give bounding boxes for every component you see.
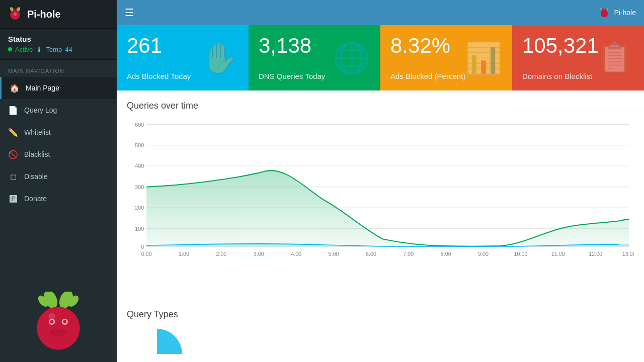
home-icon: 🏠	[10, 83, 20, 93]
querylog-icon: 📄	[8, 105, 18, 115]
pi-logo-icon	[8, 7, 22, 21]
svg-text:600: 600	[135, 121, 144, 127]
svg-text:13:00: 13:00	[622, 250, 634, 256]
stat-card-ads-percent: 8.32% Ads Blocked (Percent) 📊	[380, 25, 512, 90]
status-temp-icon: 🌡	[36, 45, 43, 53]
chart-title: Queries over time	[127, 101, 634, 111]
donate-icon: 🅿	[8, 194, 18, 204]
svg-text:7:00: 7:00	[403, 250, 414, 256]
topbar-right: Pi-hole	[599, 7, 636, 18]
svg-text:1:00: 1:00	[179, 250, 189, 256]
query-types-chart	[127, 324, 187, 354]
stat-card-domains-blocklist: 105,321 Domains on Blocklist 📋	[512, 25, 644, 90]
svg-text:0: 0	[141, 244, 144, 250]
status-dot-icon	[8, 47, 12, 51]
nav-section-label: MAIN NAVIGATION	[0, 60, 117, 77]
status-active-text: Active	[15, 46, 33, 53]
whitelist-icon: ✏️	[8, 127, 18, 137]
blacklist-icon: 🚫	[8, 149, 18, 159]
query-types-section: Query Types	[117, 303, 644, 362]
list-icon: 📋	[596, 40, 634, 76]
main-content: ☰ Pi-hole 261 Ads Blocked Today ✋ 3,138 …	[117, 0, 644, 362]
svg-text:6:00: 6:00	[366, 250, 376, 256]
sidebar-item-whitelist[interactable]: ✏️ Whitelist	[0, 121, 117, 143]
sidebar-item-blacklist[interactable]: 🚫 Blacklist	[0, 143, 117, 165]
svg-point-14	[50, 320, 54, 324]
svg-point-16	[50, 329, 67, 336]
sidebar-item-disable[interactable]: ◻ Disable	[0, 165, 117, 188]
svg-point-15	[63, 320, 66, 324]
svg-text:100: 100	[135, 226, 144, 232]
svg-point-17	[48, 313, 55, 320]
status-temp-label: Temp	[46, 46, 62, 53]
sidebar-header: Pi-hole	[0, 0, 117, 29]
status-details: Active 🌡 Temp 44	[8, 45, 109, 53]
svg-text:10:00: 10:00	[514, 250, 527, 256]
sidebar-logo	[0, 282, 117, 362]
nav-label-whitelist: Whitelist	[24, 128, 51, 136]
topbar-user-label: Pi-hole	[614, 9, 636, 17]
globe-icon: 🌐	[333, 40, 370, 76]
sidebar-item-query-log[interactable]: 📄 Query Log	[0, 99, 117, 121]
sidebar-item-donate[interactable]: 🅿 Donate	[0, 188, 117, 210]
nav-label-blacklist: Blacklist	[24, 150, 50, 158]
main-nav: 🏠 Main Page 📄 Query Log ✏️ Whitelist 🚫 B…	[0, 77, 117, 210]
stat-card-ads-blocked: 261 Ads Blocked Today ✋	[117, 25, 249, 90]
query-types-title: Query Types	[127, 309, 634, 320]
sidebar-title: Pi-hole	[27, 9, 61, 20]
chart-area: Queries over time 600 500 400 300 200 10…	[117, 90, 644, 362]
topbar: ☰ Pi-hole	[117, 0, 644, 25]
chart-icon: 📊	[464, 40, 502, 76]
raspberry-pi-logo	[28, 292, 89, 352]
svg-text:2:00: 2:00	[216, 250, 226, 256]
queries-chart: 600 500 400 300 200 100 0	[127, 119, 634, 260]
status-heading: Status	[8, 35, 109, 43]
nav-label-disable: Disable	[24, 172, 48, 180]
sidebar-item-main-page[interactable]: 🏠 Main Page	[0, 77, 117, 99]
svg-text:9:00: 9:00	[478, 250, 489, 256]
hand-icon: ✋	[201, 40, 238, 76]
status-temp-value: 44	[65, 46, 72, 53]
svg-text:0:00: 0:00	[141, 250, 152, 256]
nav-label-query-log: Query Log	[24, 106, 57, 114]
topbar-pi-icon	[599, 7, 610, 18]
svg-text:11:00: 11:00	[551, 250, 565, 256]
svg-text:300: 300	[135, 184, 144, 190]
svg-text:4:00: 4:00	[291, 250, 301, 256]
nav-label-donate: Donate	[24, 195, 47, 203]
svg-text:5:00: 5:00	[329, 250, 339, 256]
svg-text:200: 200	[135, 205, 144, 211]
svg-text:8:00: 8:00	[441, 250, 451, 256]
svg-text:12:00: 12:00	[589, 250, 602, 256]
stat-card-dns-queries: 3,138 DNS Queries Today 🌐	[249, 25, 380, 90]
nav-label-main-page: Main Page	[26, 84, 59, 92]
svg-point-6	[14, 13, 16, 15]
sidebar: Pi-hole Status Active 🌡 Temp 44 MAIN NAV…	[0, 0, 117, 362]
svg-text:500: 500	[135, 142, 144, 148]
svg-text:400: 400	[135, 163, 144, 169]
status-section: Status Active 🌡 Temp 44	[0, 29, 117, 60]
stats-row: 261 Ads Blocked Today ✋ 3,138 DNS Querie…	[117, 25, 644, 90]
svg-text:3:00: 3:00	[254, 250, 264, 256]
disable-icon: ◻	[8, 171, 18, 182]
hamburger-icon[interactable]: ☰	[125, 7, 134, 19]
svg-point-11	[37, 307, 80, 350]
